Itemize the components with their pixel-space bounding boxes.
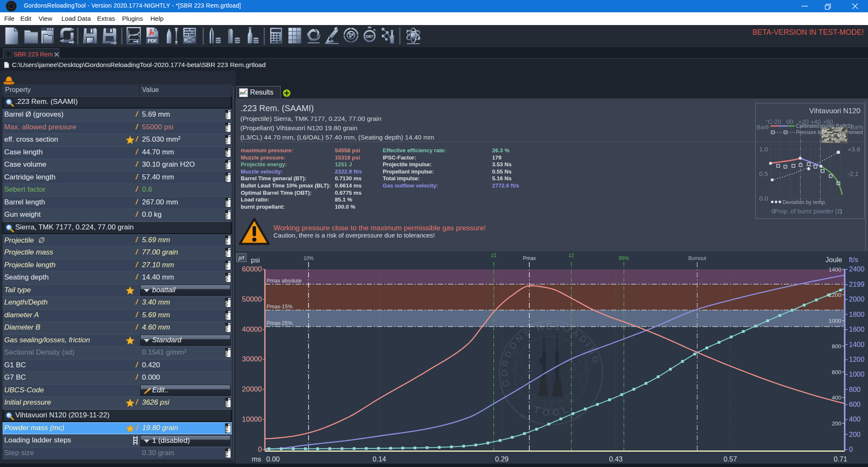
svg-text:BaΦ: BaΦ bbox=[757, 124, 769, 131]
svg-text:Joule: Joule bbox=[826, 256, 842, 263]
svg-text:-2.1: -2.1 bbox=[848, 170, 859, 177]
svg-text:1600: 1600 bbox=[849, 325, 865, 333]
svg-text:0.14: 0.14 bbox=[373, 455, 386, 463]
svg-text:ms: ms bbox=[252, 455, 261, 463]
svg-text:1400: 1400 bbox=[849, 341, 865, 348]
svg-text:Vihtavuori N120: Vihtavuori N120 bbox=[809, 107, 860, 115]
svg-text:1000: 1000 bbox=[849, 370, 865, 378]
svg-text:1000: 1000 bbox=[829, 318, 841, 324]
svg-text:z1: z1 bbox=[491, 252, 497, 258]
svg-text:Pmax-25%: Pmax-25% bbox=[267, 320, 292, 326]
svg-text:10%: 10% bbox=[303, 255, 314, 261]
svg-text:0.0: 0.0 bbox=[759, 195, 768, 202]
svg-text:1.0: 1.0 bbox=[759, 145, 768, 153]
svg-text:95%: 95% bbox=[619, 255, 629, 261]
svg-text:600: 600 bbox=[832, 369, 841, 375]
svg-text:0.43: 0.43 bbox=[609, 455, 623, 463]
svg-text:50000: 50000 bbox=[242, 295, 262, 303]
svg-text:200: 200 bbox=[832, 420, 841, 427]
svg-text:40000: 40000 bbox=[242, 325, 262, 333]
svg-text:0.00: 0.00 bbox=[266, 455, 280, 463]
svg-text:0.57: 0.57 bbox=[723, 455, 737, 463]
svg-text:Pmax absolute: Pmax absolute bbox=[267, 278, 302, 284]
svg-text:Pmax: Pmax bbox=[523, 255, 536, 261]
svg-text:0: 0 bbox=[849, 445, 853, 453]
svg-text:1200: 1200 bbox=[829, 292, 841, 298]
svg-text:2000: 2000 bbox=[849, 295, 865, 303]
svg-text:Pmax-15%: Pmax-15% bbox=[267, 304, 292, 310]
svg-text:GRT: GRT bbox=[537, 397, 564, 411]
svg-text:0.71: 0.71 bbox=[834, 455, 847, 463]
svg-text:400: 400 bbox=[832, 394, 841, 401]
svg-text:Prop. of burnt powder (z̄): Prop. of burnt powder (z̄) bbox=[774, 208, 842, 215]
svg-text:2199: 2199 bbox=[849, 280, 865, 288]
svg-text:60000: 60000 bbox=[242, 265, 262, 273]
svg-text:PDF: PDF bbox=[148, 38, 157, 43]
svg-text:600: 600 bbox=[849, 400, 861, 408]
svg-text:Deviation by temp.: Deviation by temp. bbox=[782, 199, 826, 205]
svg-text:psi: psi bbox=[251, 256, 260, 264]
svg-text:0.5: 0.5 bbox=[759, 170, 768, 177]
svg-text:800: 800 bbox=[832, 343, 841, 350]
svg-text:Burnout: Burnout bbox=[688, 255, 707, 261]
svg-text:p/t: p/t bbox=[238, 255, 245, 261]
svg-text:z2: z2 bbox=[569, 252, 574, 258]
svg-text:DBT: DBT bbox=[366, 34, 373, 39]
svg-text:10000: 10000 bbox=[242, 415, 262, 423]
svg-text:0.29: 0.29 bbox=[495, 455, 509, 463]
svg-text:1400: 1400 bbox=[829, 266, 841, 273]
svg-text:1800: 1800 bbox=[849, 310, 865, 318]
svg-text:+3.8: +3.8 bbox=[848, 145, 860, 153]
svg-text:1200: 1200 bbox=[849, 355, 865, 363]
svg-text:30000: 30000 bbox=[242, 355, 262, 363]
svg-text:2400: 2400 bbox=[849, 265, 865, 273]
svg-text:400: 400 bbox=[849, 415, 861, 423]
svg-text:800: 800 bbox=[849, 386, 861, 393]
svg-text:ft/s: ft/s bbox=[849, 256, 858, 263]
svg-text:0: 0 bbox=[258, 445, 262, 453]
svg-text:20000: 20000 bbox=[242, 385, 262, 393]
svg-text:200: 200 bbox=[849, 431, 861, 438]
